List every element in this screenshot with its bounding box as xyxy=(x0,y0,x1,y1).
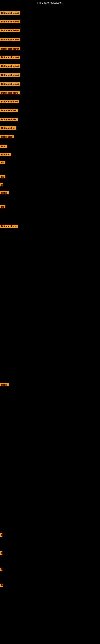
bottleneck-badge-24[interactable]: | xyxy=(0,533,2,537)
bottleneck-badge-19[interactable]: B xyxy=(0,183,3,187)
bottleneck-badge-23[interactable]: Bottle xyxy=(0,383,9,387)
bottleneck-badge-20[interactable]: Bottle xyxy=(0,191,9,195)
site-title: TheBottlenecker.com xyxy=(0,0,100,5)
bottleneck-badge-25[interactable]: | xyxy=(0,552,2,556)
bottleneck-badge-0[interactable]: Bottleneck result xyxy=(0,12,20,16)
bottleneck-badge-8[interactable]: Bottleneck result xyxy=(0,82,20,86)
bottleneck-badge-14[interactable]: Bottleneck xyxy=(0,135,14,139)
bottleneck-badge-27[interactable]: B xyxy=(0,584,3,588)
bottleneck-badge-13[interactable]: Bottleneck re xyxy=(0,126,16,130)
bottleneck-badge-16[interactable]: Bottlene xyxy=(0,153,11,157)
bottleneck-badge-6[interactable]: Bottleneck result xyxy=(0,64,20,68)
bottleneck-badge-18[interactable]: Bo xyxy=(0,175,5,179)
bottleneck-badge-21[interactable]: Bo xyxy=(0,205,5,209)
bottleneck-badge-11[interactable]: Bottleneck res xyxy=(0,109,18,113)
bottleneck-badge-12[interactable]: Bottleneck res xyxy=(0,118,18,122)
bottleneck-badge-22[interactable]: Bottleneck res xyxy=(0,224,18,228)
bottleneck-badge-2[interactable]: Bottleneck result xyxy=(0,29,20,33)
bottleneck-badge-5[interactable]: Bottleneck result xyxy=(0,56,20,60)
bottleneck-badge-3[interactable]: Bottleneck result xyxy=(0,38,20,42)
bottleneck-badge-17[interactable]: Bo xyxy=(0,161,5,165)
bottleneck-badge-4[interactable]: Bottleneck result xyxy=(0,47,20,51)
bottleneck-badge-10[interactable]: Bottleneck resu xyxy=(0,100,19,104)
bottleneck-badge-15[interactable]: Bottl xyxy=(0,145,7,149)
bottleneck-badge-7[interactable]: Bottleneck result xyxy=(0,74,20,78)
bottleneck-badge-1[interactable]: Bottleneck result xyxy=(0,20,20,24)
bottleneck-badge-9[interactable]: Bottleneck resul xyxy=(0,91,20,95)
bottleneck-badge-26[interactable]: | xyxy=(0,568,2,572)
